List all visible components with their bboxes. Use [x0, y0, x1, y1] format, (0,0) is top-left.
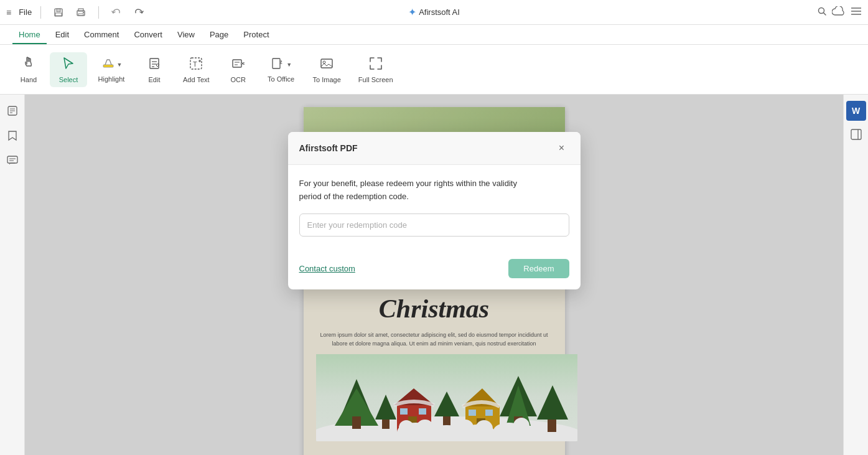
- ocr-icon: OCR: [231, 56, 246, 73]
- menu-convert[interactable]: Convert: [128, 27, 169, 42]
- main-area: Christmas Lorem ipsum dolor sit amet, co…: [0, 95, 868, 455]
- sidebar-bookmark-icon[interactable]: [2, 126, 22, 146]
- ai-label: Afirstsoft AI: [419, 7, 460, 17]
- to-image-icon: [319, 56, 334, 73]
- to-office-arrow-icon: ▼: [286, 62, 292, 68]
- highlight-btn-top: ▼: [101, 56, 123, 73]
- ocr-label: OCR: [230, 76, 245, 83]
- sidebar-annotation-icon[interactable]: [2, 101, 22, 121]
- menu-page[interactable]: Page: [203, 27, 235, 42]
- contact-link[interactable]: Contact custom: [299, 264, 355, 273]
- svg-point-28: [323, 61, 325, 63]
- redemption-dialog: Afirstsoft PDF × For your benefit, pleas…: [288, 132, 581, 289]
- menu-home[interactable]: Home: [12, 27, 47, 42]
- dialog-footer: Contact custom Redeem: [288, 259, 581, 289]
- svg-line-8: [824, 12, 826, 15]
- svg-rect-21: [233, 60, 241, 67]
- select-label: Select: [59, 76, 78, 83]
- to-office-button[interactable]: ▼ To Office: [259, 52, 303, 87]
- dialog-message-text1: For your benefit, please redeem your rig…: [299, 179, 517, 188]
- toolbar: Hand Select ▼ Highlight Edit T Add Text: [0, 45, 868, 95]
- hand-label: Hand: [21, 76, 37, 83]
- modal-overlay: Afirstsoft PDF × For your benefit, pleas…: [25, 95, 843, 455]
- redeem-button[interactable]: Redeem: [508, 259, 569, 278]
- to-image-button[interactable]: To Image: [306, 52, 348, 87]
- to-office-icon: [270, 56, 285, 73]
- word-icon[interactable]: W: [846, 101, 866, 121]
- svg-rect-33: [7, 156, 17, 163]
- to-office-btn-top: ▼: [270, 56, 292, 73]
- highlight-arrow-icon: ▼: [117, 62, 123, 68]
- full-screen-label: Full Screen: [358, 76, 393, 83]
- cloud-icon[interactable]: [832, 6, 846, 19]
- titlebar-divider2: [98, 6, 99, 19]
- menu-view[interactable]: View: [171, 27, 201, 42]
- menu-protect[interactable]: Protect: [237, 27, 275, 42]
- titlebar-right: [817, 6, 862, 19]
- undo-button[interactable]: [108, 4, 125, 21]
- add-text-button[interactable]: T Add Text: [175, 52, 217, 87]
- menu-icon[interactable]: ≡: [6, 7, 11, 17]
- dialog-body: For your benefit, please redeem your rig…: [288, 165, 581, 259]
- highlight-icon: [101, 56, 116, 73]
- user-menu-icon[interactable]: [851, 7, 862, 18]
- dialog-message: For your benefit, please redeem your rig…: [299, 177, 569, 204]
- menubar: Home Edit Comment Convert View Page Prot…: [0, 25, 868, 45]
- edit-icon: [147, 56, 162, 73]
- svg-text:T: T: [193, 60, 197, 68]
- edit-tool-button[interactable]: Edit: [136, 52, 173, 87]
- file-menu[interactable]: File: [19, 7, 32, 17]
- search-icon[interactable]: [817, 6, 827, 19]
- ocr-button[interactable]: OCR OCR: [220, 52, 257, 87]
- canvas-area[interactable]: Christmas Lorem ipsum dolor sit amet, co…: [25, 95, 843, 455]
- sidebar-comment-icon[interactable]: [2, 151, 22, 171]
- highlight-label: Highlight: [98, 75, 125, 83]
- hand-tool-button[interactable]: Hand: [10, 52, 47, 87]
- right-sidebar: W: [843, 95, 868, 455]
- svg-rect-27: [321, 59, 332, 68]
- svg-rect-12: [103, 65, 113, 67]
- select-icon: [61, 56, 76, 73]
- ai-button[interactable]: ✦ Afirstsoft AI: [408, 6, 460, 18]
- titlebar-divider: [40, 6, 41, 19]
- svg-point-6: [83, 12, 84, 13]
- svg-rect-1: [57, 9, 60, 12]
- to-image-label: To Image: [313, 76, 341, 83]
- titlebar: ≡ File ✦ Afirstsoft AI: [0, 0, 868, 25]
- right-panel-icon[interactable]: [847, 126, 865, 143]
- svg-rect-2: [55, 13, 62, 16]
- edit-label: Edit: [149, 76, 161, 83]
- full-screen-button[interactable]: Full Screen: [351, 52, 401, 87]
- to-office-label: To Office: [268, 75, 294, 83]
- titlebar-left: ≡ File: [6, 4, 147, 21]
- select-tool-button[interactable]: Select: [50, 52, 87, 87]
- hand-icon: [21, 56, 36, 73]
- svg-rect-94: [851, 129, 861, 139]
- left-sidebar: [0, 95, 25, 455]
- print-button[interactable]: [72, 4, 90, 21]
- dialog-title: Afirstsoft PDF: [299, 143, 358, 153]
- save-button[interactable]: [50, 4, 67, 21]
- svg-rect-26: [273, 59, 280, 68]
- full-screen-icon: [368, 56, 383, 73]
- dialog-message-text2: period of the redemption code.: [299, 192, 409, 201]
- redo-button[interactable]: [130, 4, 147, 21]
- menu-edit[interactable]: Edit: [49, 27, 75, 42]
- titlebar-center: ✦ Afirstsoft AI: [408, 6, 460, 18]
- ai-star-icon: ✦: [408, 6, 416, 18]
- svg-text:OCR: OCR: [241, 62, 246, 65]
- dialog-header: Afirstsoft PDF ×: [288, 132, 581, 165]
- redemption-code-input[interactable]: [299, 213, 569, 237]
- add-text-icon: T: [189, 56, 203, 73]
- highlight-tool-button[interactable]: ▼ Highlight: [90, 52, 133, 87]
- add-text-label: Add Text: [183, 76, 210, 83]
- menu-comment[interactable]: Comment: [78, 27, 125, 42]
- dialog-close-button[interactable]: ×: [554, 141, 569, 156]
